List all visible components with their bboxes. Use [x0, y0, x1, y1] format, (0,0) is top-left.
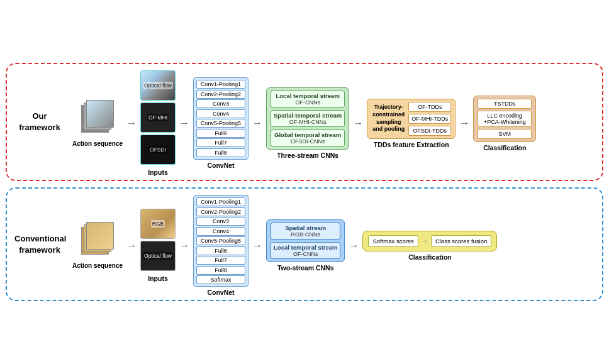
bottom-conv-row-1: Conv2-Pooling2 [196, 207, 245, 216]
bottom-conv-row-7: Full8 [196, 266, 245, 275]
top-classif-item-0: TSTDDs [478, 99, 532, 109]
top-tdds-label: TDDs feature Extraction [374, 141, 449, 148]
top-action-stack [81, 100, 114, 138]
bottom-stream-1: Local temporal stream OF-CNNs [271, 242, 340, 259]
bottom-classif-item-0: Softmax scores [368, 235, 418, 247]
top-streams-label: Three-stream CNNs [277, 152, 338, 159]
top-conv-row-2: Conv3 [196, 99, 245, 108]
top-convnet-box: Conv1-Pooling1 Conv2-Pooling2 Conv3 Conv… [193, 77, 249, 160]
top-classif-item-2: SVM [478, 129, 532, 139]
top-classif-label: Classification [483, 144, 526, 152]
top-stream-2-sub: OFSDI-CNNs [274, 138, 342, 145]
top-tdds-item-2: OFSDI-TDDs [408, 126, 451, 136]
bottom-convnet-box: Conv1-Pooling1 Conv2-Pooling2 Conv3 Conv… [193, 195, 249, 287]
top-tdds-item-1: OF-MHI-TDDs [408, 114, 451, 124]
top-stream-1-title: Spatial-temporal stream [274, 112, 342, 119]
top-arrow-4: → [353, 118, 363, 129]
bottom-inputs-label: Inputs [148, 275, 168, 282]
top-arrow-2: → [179, 118, 189, 129]
bottom-rgb-img: RGB [140, 209, 176, 239]
bottom-framework-label: Conventionalframework [14, 233, 65, 255]
top-action-seq: Action sequence [72, 100, 123, 147]
top-stream-0-sub: OF-CNNs [274, 99, 342, 106]
top-framework-box: Ourframework Action sequence → Optical f… [6, 63, 603, 181]
bottom-action-seq-label: Action sequence [72, 262, 123, 269]
bottom-inputs-box: RGB Optical flow Inputs [140, 209, 176, 282]
bottom-conv-row-0: Conv1-Pooling1 [196, 197, 245, 206]
top-pipeline: Action sequence → Optical flow OF-MHI OF… [72, 70, 593, 176]
bottom-conv-row-6: Full7 [196, 256, 245, 265]
top-convnet-label: ConvNet [207, 162, 234, 169]
top-stream-1-sub: OF-MHI-CNNs [274, 119, 342, 125]
top-frame-3 [86, 100, 114, 128]
top-stream-box: Local temporal stream OF-CNNs Spatial-te… [266, 87, 349, 150]
top-arrow-1: → [126, 118, 137, 129]
bottom-arrow-1: → [126, 240, 137, 251]
bottom-classif-item-1: Class scores fusion [431, 235, 491, 247]
bottom-stream-1-title: Local temporal stream [274, 244, 337, 251]
top-stream-1: Spatial-temporal stream OF-MHI-CNNs [271, 110, 345, 127]
bottom-conv-row-3: Conv4 [196, 227, 245, 236]
bottom-flow-label: Optical flow [143, 252, 173, 260]
main-container: Ourframework Action sequence → Optical f… [6, 63, 603, 301]
bottom-action-stack [81, 222, 114, 260]
bottom-classif-container: Softmax scores → Class scores fusion Cla… [362, 231, 497, 261]
top-classif-container: TSTDDs LLC encoding+PCA-Whitening SVM Cl… [473, 96, 536, 152]
top-conv-row-3: Conv4 [196, 109, 245, 118]
top-arrow-5: → [459, 118, 469, 129]
top-mhi-label: OF-MHI [147, 114, 169, 121]
bottom-arrow-3: → [252, 240, 262, 251]
bottom-stream-0-title: Spatial stream [274, 224, 337, 231]
bottom-stream-box: Spatial stream RGB-CNNs Local temporal s… [266, 219, 345, 262]
top-tdds-left-text: Trajectory-constrained sampling and pool… [371, 104, 406, 133]
top-tdds-box: Trajectory-constrained sampling and pool… [367, 99, 455, 139]
bottom-arrow-2: → [179, 240, 189, 251]
top-arrow-3: → [252, 118, 262, 129]
top-optical-flow-img: Optical flow [140, 70, 176, 101]
top-ofsdi-img: OFSDI [140, 135, 176, 165]
top-framework-label: Ourframework [14, 111, 65, 133]
bottom-conv-row-8: Softmax [196, 275, 245, 284]
bottom-convnet-container: Conv1-Pooling1 Conv2-Pooling2 Conv3 Conv… [193, 195, 249, 296]
bottom-flow-img: Optical flow [140, 241, 176, 271]
bottom-conv-row-2: Conv3 [196, 217, 245, 226]
bottom-action-seq: Action sequence [72, 222, 123, 269]
bottom-conv-row-5: Full6 [196, 246, 245, 255]
top-conv-row-6: Full7 [196, 138, 245, 147]
top-inputs-box: Optical flow OF-MHI OFSDI Inputs [140, 70, 176, 176]
top-mhi-img: OF-MHI [140, 102, 176, 133]
top-ofsdi-label: OFSDI [148, 146, 167, 153]
top-action-seq-label: Action sequence [72, 140, 123, 147]
top-conv-row-5: Full6 [196, 129, 245, 138]
top-conv-row-4: Conv5-Pooling5 [196, 119, 245, 128]
bottom-frame-3 [86, 222, 114, 250]
top-classif-item-1: LLC encoding+PCA-Whitening [478, 111, 532, 127]
top-streams-container: Local temporal stream OF-CNNs Spatial-te… [266, 87, 349, 159]
top-stream-0-title: Local temporal stream [274, 92, 342, 99]
top-conv-row-0: Conv1-Pooling1 [196, 80, 245, 89]
bottom-arrow-4: → [349, 240, 359, 251]
bottom-framework-box: Conventionalframework Action sequence → … [6, 187, 603, 301]
bottom-pipeline: Action sequence → RGB Optical flow Input… [72, 195, 593, 296]
top-conv-row-7: Full8 [196, 148, 245, 157]
top-stream-2-title: Global temporal stream [274, 131, 342, 138]
top-convnet-container: Conv1-Pooling1 Conv2-Pooling2 Conv3 Conv… [193, 77, 249, 169]
top-tdds-right: OF-TDDs OF-MHI-TDDs OFSDI-TDDs [408, 102, 451, 136]
bottom-rgb-label: RGB [151, 220, 165, 228]
top-stream-2: Global temporal stream OFSDI-CNNs [271, 130, 345, 146]
bottom-streams-container: Spatial stream RGB-CNNs Local temporal s… [266, 219, 345, 272]
top-tdds-container: Trajectory-constrained sampling and pool… [367, 99, 455, 148]
bottom-stream-0-sub: RGB-CNNs [274, 231, 337, 238]
top-stream-0: Local temporal stream OF-CNNs [271, 91, 345, 108]
top-inputs-label: Inputs [148, 168, 168, 176]
bottom-classif-arrow: → [421, 236, 428, 245]
bottom-streams-label: Two-stream CNNs [277, 264, 334, 272]
top-optical-flow-label: Optical flow [143, 82, 173, 89]
bottom-conv-row-4: Conv5-Pooling5 [196, 236, 245, 245]
bottom-classif-box: Softmax scores → Class scores fusion [362, 231, 497, 251]
bottom-classif-label: Classification [408, 253, 451, 261]
top-classif-box: TSTDDs LLC encoding+PCA-Whitening SVM [473, 96, 536, 142]
bottom-convnet-label: ConvNet [207, 289, 234, 296]
top-conv-row-1: Conv2-Pooling2 [196, 90, 245, 99]
bottom-stream-1-sub: OF-CNNs [274, 251, 337, 257]
